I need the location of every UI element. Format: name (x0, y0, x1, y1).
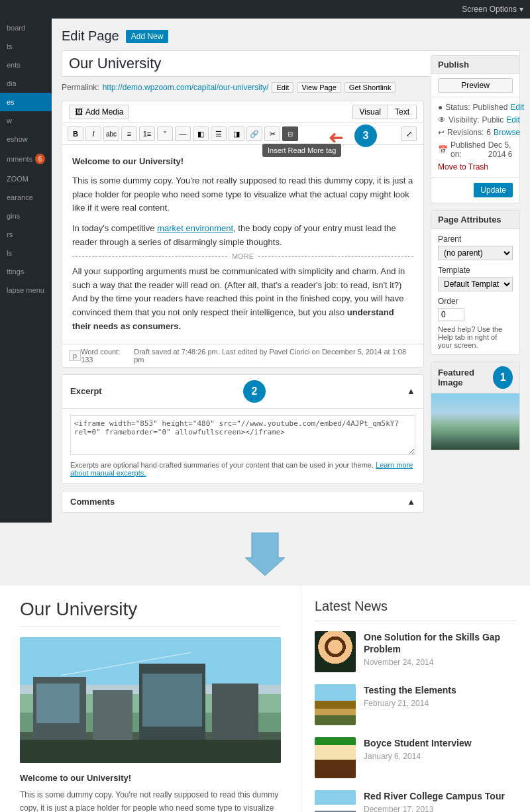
news-title-1[interactable]: One Solution for the Skills Gap Problem (364, 631, 517, 655)
page-attributes-body: Parent (no parent) Template Default Temp… (431, 229, 519, 354)
strikethrough-btn[interactable]: abc (103, 127, 119, 141)
sidebar-item-plugins[interactable]: gins (0, 207, 52, 225)
page-attributes-header: Page Attributes (431, 211, 519, 229)
excerpt-input[interactable]: <iframe width="853" height="480" src="//… (70, 415, 415, 455)
fullscreen-btn[interactable]: ⤢ (401, 127, 417, 141)
preview-right-column: Latest News One Solution for the Skills … (301, 585, 530, 812)
featured-image-preview[interactable] (431, 393, 519, 450)
revisions-row: ↩ Revisions: 6 Browse (438, 128, 513, 137)
status-edit-link[interactable]: Edit (510, 103, 524, 112)
preview-left-divider (20, 627, 281, 627)
svg-marker-0 (245, 533, 285, 576)
news-content-2: Testing the Elements February 21, 2014 (364, 684, 456, 725)
ordered-list-btn[interactable]: 1≡ (139, 127, 155, 141)
news-title-4[interactable]: Red River College Campus Tour (364, 790, 505, 802)
preview-btn[interactable]: Preview (438, 78, 513, 93)
comments-collapse-icon: ▲ (407, 497, 415, 507)
excerpt-header[interactable]: Excerpt 2 ▲ (62, 375, 423, 409)
preview-para1: This is some dummy copy. You're not real… (20, 788, 281, 812)
published-row: 📅 Published on: Dec 5, 2014 6 (438, 140, 513, 159)
view-page-btn[interactable]: View Page (297, 82, 341, 93)
italic-btn[interactable]: I (85, 127, 101, 141)
unordered-list-btn[interactable]: ≡ (121, 127, 137, 141)
bold-btn[interactable]: B (68, 127, 83, 141)
align-left-btn[interactable]: ◧ (193, 127, 209, 141)
publish-header: Publish (431, 56, 519, 74)
sidebar-item-ents[interactable]: ents (0, 56, 52, 74)
sidebar-item-dia[interactable]: dia (0, 74, 52, 93)
badge-2: 2 (243, 380, 266, 403)
parent-select[interactable]: (no parent) (438, 246, 513, 260)
badge-3: 3 (354, 125, 377, 147)
sidebar-item-zoom[interactable]: ZOOM (0, 170, 52, 188)
edit-page-header: Edit Page Add New (62, 28, 520, 44)
unlink-btn[interactable]: ✂ (264, 127, 280, 141)
badge-1: 1 (493, 366, 513, 389)
featured-image-header: Featured Image 1 (431, 362, 519, 393)
screen-options-btn[interactable]: Screen Options (462, 5, 517, 14)
visibility-edit-link[interactable]: Edit (506, 115, 520, 125)
tab-visual[interactable]: Visual (352, 105, 388, 119)
news-content-1: One Solution for the Skills Gap Problem … (364, 631, 517, 672)
edit-area: Edit Page Add New Permalink: http://demo… (52, 19, 530, 523)
edit-permalink-btn[interactable]: Edit (272, 82, 293, 93)
news-item-1: One Solution for the Skills Gap Problem … (315, 631, 517, 672)
news-date-1: November 24, 2014 (364, 658, 517, 667)
editor-footer: p Word count: 133 Draft saved at 7:48:26… (62, 344, 423, 367)
update-btn[interactable]: Update (474, 183, 513, 197)
preview-welcome-heading: Welcome to our University! (20, 773, 281, 783)
help-text: Need help? Use the Help tab in right of … (438, 325, 513, 349)
latest-news-title: Latest News (315, 599, 517, 614)
news-item-2: Testing the Elements February 21, 2014 (315, 684, 517, 725)
hr-btn[interactable]: — (175, 127, 191, 141)
news-date-2: February 21, 2014 (364, 699, 456, 708)
visibility-row: 👁 Visibility: Public Edit (438, 115, 513, 125)
news-title-2[interactable]: Testing the Elements (364, 684, 456, 696)
template-select[interactable]: Default Template (438, 277, 513, 291)
sidebar-item-board[interactable]: board (0, 19, 52, 37)
link-btn[interactable]: 🔗 (246, 127, 262, 141)
sidebar-item-tools[interactable]: ls (0, 244, 52, 262)
sidebar-item-settings[interactable]: ttings (0, 262, 52, 281)
get-shortlink-btn[interactable]: Get Shortlink (344, 82, 396, 93)
news-divider (315, 621, 517, 621)
right-panels: Publish Preview ● Status: Published Edit… (431, 55, 520, 450)
sidebar-item-w[interactable]: w (0, 111, 52, 130)
align-center-btn[interactable]: ☰ (211, 127, 227, 141)
sidebar-item-users[interactable]: rs (0, 225, 52, 244)
sidebar-item-es[interactable]: es (0, 93, 52, 111)
add-media-button[interactable]: 🖼 Add Media (69, 105, 129, 119)
sidebar-item-comments[interactable]: mments 6 (0, 148, 52, 170)
permalink-label: Permalink: (62, 83, 99, 92)
market-link[interactable]: market environment (157, 223, 233, 233)
parent-label: Parent (438, 234, 513, 244)
calendar-icon: 📅 (438, 145, 448, 154)
news-title-3[interactable]: Boyce Student Interview (364, 737, 472, 749)
editor-para3: All your supporting arguments must be co… (72, 265, 413, 334)
blockquote-btn[interactable]: " (157, 127, 173, 141)
sidebar-item-appearance[interactable]: earance (0, 188, 52, 207)
editor-content[interactable]: Welcome to our University! This is some … (62, 145, 423, 344)
sidebar-item-ts[interactable]: ts (0, 37, 52, 56)
sidebar-item-eshow[interactable]: eshow (0, 130, 52, 148)
sidebar-item-collapse[interactable]: lapse menu (0, 281, 52, 299)
order-input[interactable] (438, 308, 464, 321)
move-to-trash-link[interactable]: Move to Trash (438, 162, 513, 172)
revisions-browse-link[interactable]: Browse (494, 128, 520, 137)
sidebar: board ts ents dia es w eshow mments 6 ZO… (0, 19, 52, 523)
read-more-btn[interactable]: ⊟ (282, 127, 298, 141)
template-label: Template (438, 266, 513, 275)
excerpt-note: Excerpts are optional hand-crafted summa… (70, 461, 415, 477)
word-count: Word count: 133 (81, 348, 134, 364)
comments-header[interactable]: Comments ▲ (62, 491, 423, 512)
preview-left-column: Our University Welcome to our University… (0, 585, 301, 812)
news-content-3: Boyce Student Interview January 6, 2014 (364, 737, 472, 778)
collapse-icon: ▲ (407, 386, 415, 396)
editor-para1: This is some dummy copy. You're not real… (72, 174, 413, 215)
publish-box: Publish Preview ● Status: Published Edit… (431, 55, 520, 203)
add-new-button[interactable]: Add New (126, 30, 169, 43)
permalink-url[interactable]: http://demo.wpzoom.com/capital/our-unive… (103, 83, 269, 92)
tab-text[interactable]: Text (388, 105, 417, 119)
comments-section: Comments ▲ (62, 491, 424, 513)
align-right-btn[interactable]: ◨ (229, 127, 244, 141)
